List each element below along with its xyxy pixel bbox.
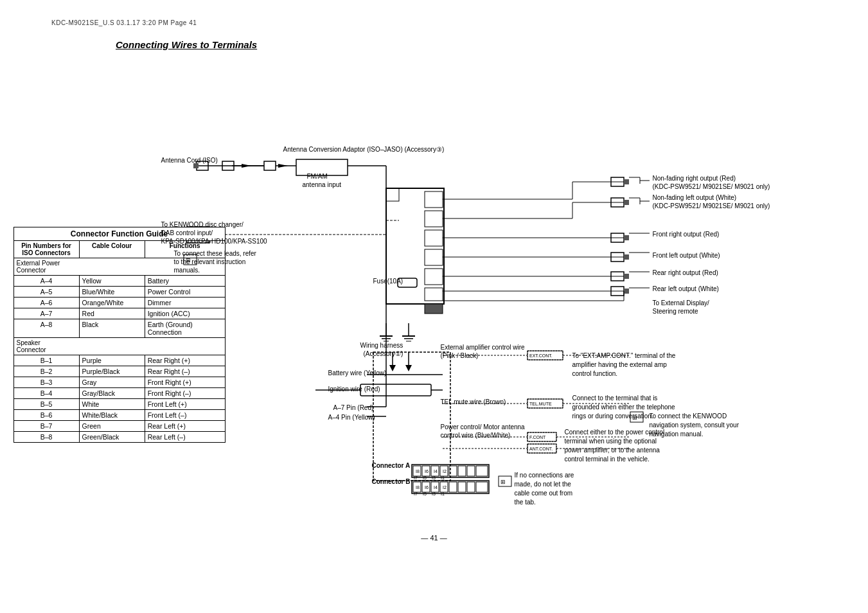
func-a7: Ignition (ACC): [145, 308, 225, 319]
pin-b2: B–2: [13, 366, 79, 377]
svg-rect-92: [449, 482, 457, 492]
ignition-wire-label: Ignition wire (Red): [328, 385, 380, 393]
color-b6: White/Black: [79, 410, 145, 421]
kenwood-disc-label: To KENWOOD disc changer/: [161, 220, 244, 229]
table-row: B–4 Gray/Black Front Right (–): [13, 388, 225, 399]
page-number: — 41 —: [421, 534, 447, 542]
svg-rect-84: [449, 466, 457, 476]
page-title: Connecting Wires to Terminals: [116, 39, 855, 50]
func-a8: Earth (Ground)Connection: [145, 319, 225, 338]
svg-rect-37: [624, 274, 629, 279]
external-display-label: To External Display/: [653, 299, 709, 307]
color-a5: Blue/White: [79, 287, 145, 298]
color-a6: Orange/White: [79, 298, 145, 308]
svg-rect-6: [425, 288, 443, 301]
pin-b1: B–1: [13, 355, 79, 366]
color-b1: Purple: [79, 355, 145, 366]
svg-rect-93: [458, 482, 466, 492]
color-a4: Yellow: [79, 276, 145, 287]
svg-rect-85: [458, 466, 466, 476]
svg-rect-33: [624, 235, 629, 240]
func-a5: Power Control: [145, 287, 225, 298]
connector-b-label: Connector B: [372, 477, 411, 486]
svg-rect-94: [467, 482, 475, 492]
func-a4: Battery: [145, 276, 225, 287]
battery-wire-label: Battery wire (Yellow): [328, 369, 387, 377]
fmam-label: FM/AM: [307, 172, 328, 181]
table-row: B–1 Purple Rear Right (+): [13, 355, 225, 366]
pin-b4: B–4: [13, 388, 79, 399]
svg-text:I1: I1: [441, 492, 445, 496]
svg-rect-95: [476, 482, 488, 492]
svg-text:I6: I6: [425, 469, 429, 474]
pin-a8: A–8: [13, 319, 79, 338]
non-fading-left-label: Non-fading left output (White): [653, 193, 737, 202]
table-row: B–8 Green/Black Rear Left (–): [13, 432, 225, 443]
svg-text:I4: I4: [434, 485, 438, 490]
func-a6: Dimmer: [145, 298, 225, 308]
svg-text:TEL.MUTE: TEL.MUTE: [529, 402, 552, 406]
steering-remote-label: Steering remote: [653, 307, 698, 315]
col-header-pin: Pin Numbers forISO Connectors: [13, 241, 79, 258]
svg-text:I2: I2: [443, 469, 447, 474]
table-row: A–5 Blue/White Power Control: [13, 287, 225, 298]
color-a7: Red: [79, 308, 145, 319]
svg-rect-31: [624, 200, 629, 205]
table-row: B–5 White Front Left (+): [13, 399, 225, 410]
a4-pin-label: A–4 Pin (Yellow): [328, 413, 375, 422]
color-b3: Gray: [79, 377, 145, 388]
svg-text:I5: I5: [423, 475, 427, 480]
svg-text:I7: I7: [414, 475, 418, 480]
connect-leads3-label: manuals.: [174, 266, 200, 274]
svg-text:EXT.CONT.: EXT.CONT.: [529, 353, 553, 358]
color-b4: Gray/Black: [79, 388, 145, 399]
func-b5: Front Left (+): [145, 399, 225, 410]
front-right-output-label: Front right output (Red): [653, 230, 720, 238]
svg-text:I5: I5: [423, 492, 427, 496]
fuse-label: Fuse(10A): [373, 277, 403, 285]
svg-rect-4: [425, 249, 443, 265]
svg-text:F.CONT: F.CONT: [529, 435, 546, 440]
svg-rect-3: [425, 230, 443, 246]
svg-rect-29: [624, 179, 629, 184]
svg-text:I3: I3: [432, 475, 436, 480]
a7-pin-label: A–7 Pin (Red): [333, 404, 374, 412]
pin-b8: B–8: [13, 432, 79, 443]
svg-rect-5: [425, 269, 443, 285]
func-b1: Rear Right (+): [145, 355, 225, 366]
ext-amp-label: External amplifier control wire: [441, 343, 525, 351]
svg-rect-8: [386, 188, 399, 201]
svg-rect-35: [624, 254, 629, 260]
color-b2: Purple/Black: [79, 366, 145, 377]
dab-label: DAB control input/: [161, 229, 213, 237]
non-fading-right-label: Non-fading right output (Red): [653, 174, 736, 182]
pin-a5: A–5: [13, 287, 79, 298]
svg-text:ANT.CONT.: ANT.CONT.: [529, 447, 553, 451]
no-connections-label: If no connections are made, do not let t…: [515, 471, 574, 507]
ext-amp-label2: (Pink / Black): [441, 351, 479, 360]
col-header-color: Cable Colour: [79, 241, 145, 258]
table-row: B–6 White/Black Front Left (–): [13, 410, 225, 421]
func-b2: Rear Right (–): [145, 366, 225, 377]
func-b4: Front Right (–): [145, 388, 225, 399]
wiring-harness-label: Wiring harness: [360, 341, 403, 350]
svg-rect-2: [425, 211, 443, 227]
kpa-label: KPA-SD100/KPA-HD100/KPA-SS100: [161, 237, 267, 245]
svg-text:I6: I6: [425, 485, 429, 490]
table-row: B–3 Gray Front Right (+): [13, 377, 225, 388]
diagram-area: ⊞: [13, 60, 855, 548]
svg-rect-86: [467, 466, 475, 476]
svg-rect-1: [425, 191, 443, 208]
table-row: A–8 Black Earth (Ground)Connection: [13, 319, 225, 338]
svg-rect-7: [425, 304, 443, 314]
pin-b7: B–7: [13, 421, 79, 432]
connect-leads2-label: to the relevant instruction: [174, 258, 246, 266]
svg-text:I2: I2: [443, 485, 447, 490]
svg-text:I4: I4: [434, 469, 438, 474]
power-control-note-label: Connect either to the power control term…: [565, 428, 665, 464]
color-a8: Black: [79, 319, 145, 338]
svg-text:I1: I1: [441, 475, 445, 480]
table-row: B–2 Purple/Black Rear Right (–): [13, 366, 225, 377]
front-left-output-label: Front left output (White): [653, 251, 720, 260]
control-wire-label: control wire (Blue/White): [441, 431, 511, 440]
